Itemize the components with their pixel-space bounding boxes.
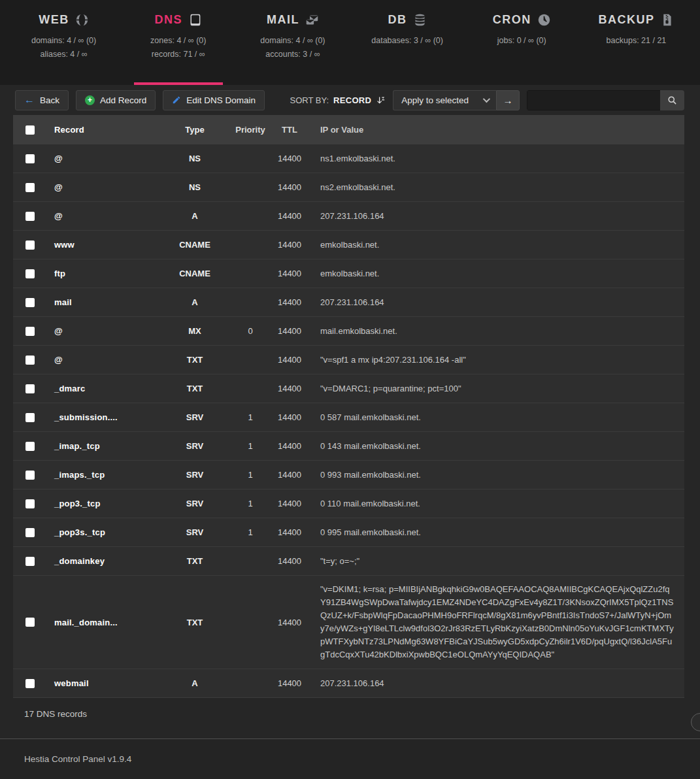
record-type: SRV bbox=[159, 412, 231, 422]
record-ttl: 14400 bbox=[270, 412, 309, 422]
row-checkbox[interactable] bbox=[25, 471, 35, 480]
table-row: webmail A 14400 207.231.106.164 bbox=[13, 669, 684, 698]
row-checkbox[interactable] bbox=[25, 356, 35, 365]
record-ttl: 14400 bbox=[270, 211, 309, 221]
nav-tab-db[interactable]: DB databases: 3 / ∞ (0) bbox=[350, 0, 465, 85]
stat-line: backups: 21 / 21 bbox=[607, 34, 667, 48]
edit-dns-domain-button[interactable]: Edit DNS Domain bbox=[163, 90, 265, 110]
record-type: CNAME bbox=[159, 240, 231, 250]
nav-tab-db-stats: databases: 3 / ∞ (0) bbox=[371, 34, 443, 48]
stat-line: databases: 3 / ∞ (0) bbox=[371, 34, 443, 48]
row-checkbox-cell bbox=[13, 442, 54, 451]
record-value: 0 110 mail.emkolbaski.net. bbox=[309, 490, 684, 518]
row-checkbox-cell bbox=[13, 183, 54, 192]
search-input[interactable] bbox=[527, 90, 660, 110]
record-type: TXT bbox=[159, 556, 231, 566]
header-ip-or-value: IP or Value bbox=[309, 116, 684, 144]
row-checkbox[interactable] bbox=[25, 183, 35, 192]
apply-go-button[interactable]: → bbox=[496, 90, 520, 110]
row-checkbox[interactable] bbox=[25, 618, 35, 627]
apply-to-selected-dropdown[interactable]: Apply to selected bbox=[393, 90, 496, 110]
record-ttl: 14400 bbox=[270, 355, 309, 365]
nav-tab-dns[interactable]: DNS zones: 4 / ∞ (0) records: 71 / ∞ bbox=[121, 0, 235, 85]
table-row: _imaps._tcp SRV 1 14400 0 993 mail.emkol… bbox=[13, 461, 684, 489]
record-name: @ bbox=[54, 326, 159, 336]
row-checkbox[interactable] bbox=[25, 557, 35, 566]
row-checkbox[interactable] bbox=[25, 298, 35, 307]
row-checkbox[interactable] bbox=[25, 442, 35, 451]
nav-tab-cron-label: CRON bbox=[493, 13, 531, 27]
record-ttl: 14400 bbox=[270, 297, 309, 307]
nav-tab-web-stats: domains: 4 / ∞ (0) aliases: 4 / ∞ bbox=[31, 34, 96, 61]
row-checkbox[interactable] bbox=[25, 384, 35, 393]
row-checkbox-cell bbox=[13, 154, 54, 163]
row-checkbox[interactable] bbox=[25, 679, 35, 688]
sort-by-label: SORT BY: bbox=[290, 95, 329, 105]
record-priority: 1 bbox=[231, 527, 270, 537]
row-checkbox-cell bbox=[13, 471, 54, 480]
row-checkbox[interactable] bbox=[25, 413, 35, 422]
table-row: _pop3s._tcp SRV 1 14400 0 995 mail.emkol… bbox=[13, 518, 684, 547]
row-checkbox-cell bbox=[13, 298, 54, 307]
nav-tab-web[interactable]: WEB domains: 4 / ∞ (0) aliases: 4 / ∞ bbox=[7, 0, 121, 85]
row-checkbox[interactable] bbox=[25, 154, 35, 163]
table-row: _submission.... SRV 1 14400 0 587 mail.e… bbox=[13, 403, 684, 432]
row-checkbox[interactable] bbox=[25, 212, 35, 221]
record-ttl: 14400 bbox=[270, 269, 309, 278]
select-all-checkbox[interactable] bbox=[25, 125, 35, 135]
app-version: Hestia Control Panel v1.9.4 bbox=[24, 754, 131, 764]
record-value: 0 587 mail.emkolbaski.net. bbox=[309, 404, 684, 431]
row-checkbox-cell bbox=[13, 240, 54, 250]
record-ttl: 14400 bbox=[270, 678, 309, 688]
table-row: www CNAME 14400 emkolbaski.net. bbox=[13, 231, 684, 259]
record-type: NS bbox=[159, 182, 231, 192]
record-value: ns1.emkolbaski.net. bbox=[309, 145, 684, 173]
toolbar: ← Back + Add Record Edit DNS Domain SORT… bbox=[0, 85, 700, 115]
row-checkbox-cell bbox=[13, 499, 54, 508]
table-row: @ NS 14400 ns2.emkolbaski.net. bbox=[13, 173, 684, 202]
row-checkbox[interactable] bbox=[25, 528, 35, 537]
row-checkbox[interactable] bbox=[25, 240, 35, 250]
record-type: MX bbox=[159, 326, 231, 336]
record-type: NS bbox=[159, 154, 231, 163]
nav-tab-backup[interactable]: BACKUP backups: 21 / 21 bbox=[579, 0, 693, 85]
search-button[interactable] bbox=[660, 90, 684, 110]
table-row: mail A 14400 207.231.106.164 bbox=[13, 288, 684, 317]
table-row: _imap._tcp SRV 1 14400 0 143 mail.emkolb… bbox=[13, 432, 684, 461]
record-ttl: 14400 bbox=[270, 384, 309, 393]
record-value: emkolbaski.net. bbox=[309, 231, 684, 259]
nav-tab-mail-title: MAIL bbox=[267, 13, 319, 27]
record-priority: 1 bbox=[231, 441, 270, 451]
record-name: _domainkey bbox=[54, 556, 159, 566]
row-checkbox-cell bbox=[13, 679, 54, 688]
stat-line: records: 71 / ∞ bbox=[150, 48, 206, 61]
record-priority: 1 bbox=[231, 499, 270, 508]
chevron-down-icon bbox=[483, 95, 490, 103]
add-record-button[interactable]: + Add Record bbox=[76, 90, 156, 110]
record-ttl: 14400 bbox=[270, 154, 309, 163]
row-checkbox[interactable] bbox=[25, 269, 35, 278]
sort-field-value: RECORD bbox=[333, 95, 371, 105]
nav-tab-cron[interactable]: CRON jobs: 0 / ∞ (0) bbox=[465, 0, 579, 85]
apply-to-selected-label: Apply to selected bbox=[401, 95, 469, 105]
top-navigation: WEB domains: 4 / ∞ (0) aliases: 4 / ∞ DN… bbox=[0, 0, 700, 85]
row-checkbox-cell bbox=[13, 618, 54, 627]
stat-line: domains: 4 / ∞ (0) bbox=[31, 34, 96, 48]
back-button[interactable]: ← Back bbox=[15, 90, 69, 110]
record-name: _imap._tcp bbox=[54, 441, 159, 451]
record-name: @ bbox=[54, 182, 159, 192]
row-checkbox[interactable] bbox=[25, 499, 35, 508]
back-button-label: Back bbox=[40, 95, 59, 105]
row-checkbox[interactable] bbox=[25, 327, 35, 336]
record-name: @ bbox=[54, 154, 159, 163]
nav-tab-dns-stats: zones: 4 / ∞ (0) records: 71 / ∞ bbox=[150, 34, 206, 61]
row-checkbox-cell bbox=[13, 356, 54, 365]
table-row: @ TXT 14400 "v=spf1 a mx ip4:207.231.106… bbox=[13, 346, 684, 374]
sort-by-control[interactable]: SORT BY: RECORD bbox=[290, 95, 386, 105]
record-ttl: 14400 bbox=[270, 527, 309, 537]
nav-tab-cron-stats: jobs: 0 / ∞ (0) bbox=[497, 34, 546, 48]
nav-tab-mail[interactable]: MAIL domains: 4 / ∞ (0) accounts: 3 / ∞ bbox=[235, 0, 350, 85]
mail-icon bbox=[305, 13, 319, 27]
search-group bbox=[527, 90, 684, 110]
record-value: 207.231.106.164 bbox=[309, 203, 684, 230]
